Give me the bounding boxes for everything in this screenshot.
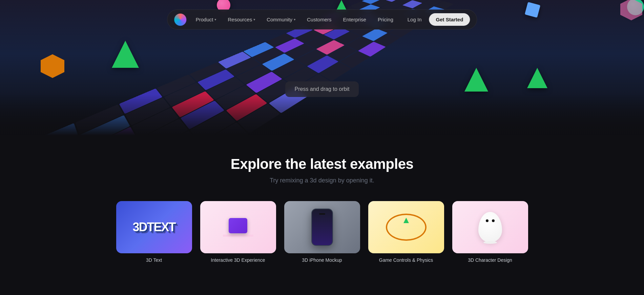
card-thumb-3dtext <box>116 201 192 253</box>
card-interactive[interactable]: Interactive 3D Experience <box>200 201 276 263</box>
nav-item-customers[interactable]: Customers <box>302 14 336 25</box>
mini-track <box>386 214 427 241</box>
card-thumb-game <box>368 201 444 253</box>
nav-label-pricing: Pricing <box>378 17 393 22</box>
card-thumb-character <box>452 201 528 253</box>
mini-room-scene <box>200 201 276 253</box>
orbit-tooltip: Press and drag to orbit <box>285 81 359 97</box>
card-character[interactable]: 3D Character Design <box>452 201 528 263</box>
card-thumb-interactive <box>200 201 276 253</box>
nav-label-product: Product <box>196 17 213 22</box>
card-label-character: 3D Character Design <box>452 257 528 263</box>
mini-phone <box>311 209 333 246</box>
nav-item-resources[interactable]: Resources ▾ <box>223 14 260 25</box>
nav-label-resources: Resources <box>228 17 252 22</box>
mini-game-scene <box>368 201 444 253</box>
card-3dtext[interactable]: 3D Text <box>116 201 192 263</box>
character-eye-left <box>486 219 489 222</box>
navbar: Product ▾ Resources ▾ Community ▾ Custom… <box>167 9 477 29</box>
nav-item-pricing[interactable]: Pricing <box>373 14 398 25</box>
nav-label-customers: Customers <box>307 17 332 22</box>
card-label-game: Game Controls & Physics <box>368 257 444 263</box>
mini-room-box <box>229 218 247 233</box>
green-cone-1 <box>112 41 139 68</box>
card-iphone[interactable]: 3D iPhone Mockup <box>284 201 360 263</box>
nav-item-product[interactable]: Product ▾ <box>191 14 221 25</box>
chevron-down-icon: ▾ <box>253 18 255 21</box>
card-label-iphone: 3D iPhone Mockup <box>284 257 360 263</box>
green-cone-2 <box>464 68 488 92</box>
character-eye-right <box>492 219 495 222</box>
hero-fade-overlay <box>0 95 644 136</box>
section-subtitle: Try remixing a 3d design by opening it. <box>0 177 644 184</box>
login-button[interactable]: Log In <box>402 14 427 25</box>
examples-section: Explore the latest examples Try remixing… <box>0 136 644 276</box>
nav-label-community: Community <box>267 17 292 22</box>
card-game[interactable]: Game Controls & Physics <box>368 201 444 263</box>
brand-logo[interactable] <box>174 14 186 26</box>
mini-tree <box>403 218 409 223</box>
get-started-button[interactable]: Get Started <box>429 13 470 26</box>
section-title: Explore the latest examples <box>0 156 644 172</box>
chevron-down-icon: ▾ <box>294 18 295 21</box>
card-thumb-iphone <box>284 201 360 253</box>
cards-row: 3D Text Interactive 3D Experience 3D iPh… <box>0 201 644 263</box>
nav-label-enterprise: Enterprise <box>343 17 366 22</box>
nav-item-community[interactable]: Community ▾ <box>262 14 300 25</box>
card-label-3dtext: 3D Text <box>116 257 192 263</box>
chevron-down-icon: ▾ <box>214 18 216 21</box>
character-eyes <box>486 219 495 222</box>
mini-character <box>478 212 502 242</box>
nav-item-enterprise[interactable]: Enterprise <box>338 14 371 25</box>
card-label-interactive: Interactive 3D Experience <box>200 257 276 263</box>
green-cone-4 <box>527 68 547 88</box>
mini-room-floor <box>223 235 253 237</box>
